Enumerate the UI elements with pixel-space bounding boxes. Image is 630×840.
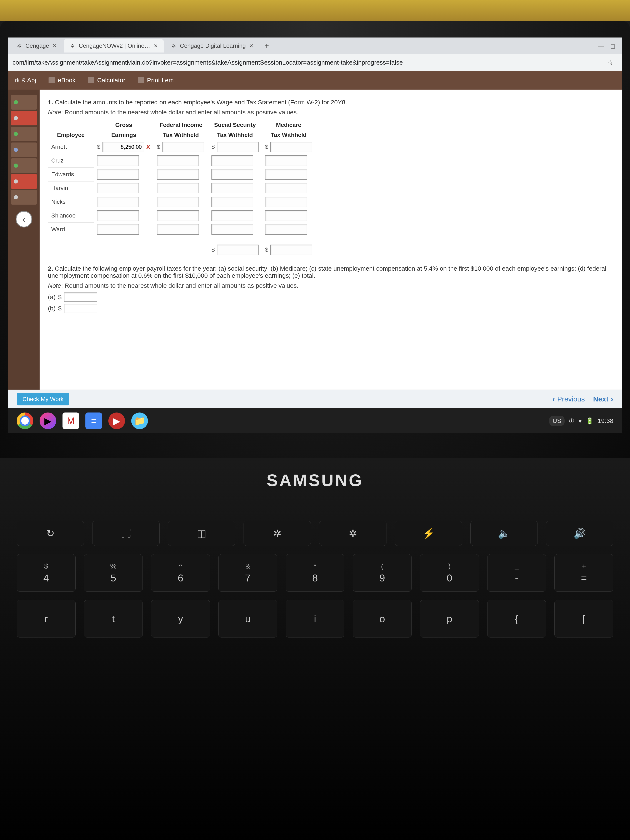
check-my-work-button[interactable]: Check My Work [17,393,69,406]
language-indicator[interactable]: US [549,415,565,426]
amount-input[interactable] [265,210,307,221]
docs-icon[interactable]: ≡ [85,412,102,429]
keyboard-key: %5 [84,554,143,592]
sidebar-step-3[interactable] [11,127,37,141]
amount-input[interactable] [212,169,253,180]
close-icon[interactable]: ✕ [249,43,253,49]
app-toolbar: rk & Apj eBook Calculator Print Item [8,71,622,90]
table-row: Cruz [48,154,316,167]
minimize-icon[interactable]: — [598,42,604,50]
amount-input[interactable] [157,224,199,235]
play-store-icon[interactable]: ▶ [39,412,56,429]
keyboard-key: 🔊 [546,521,613,546]
amount-input[interactable] [212,155,253,166]
url-bar[interactable]: com/ilrn/takeAssignment/takeAssignmentMa… [8,54,622,71]
next-link[interactable]: Next › [593,395,613,404]
sidebar-step-4[interactable] [11,142,37,157]
laptop-brand: SAMSUNG [0,471,630,490]
keyboard: ↻⛶◫✲✲⚡🔈🔊 $4%5^6&7*8(9)0_-+= rtyuiop{[ [17,521,613,638]
amount-input[interactable] [162,142,204,152]
amount-input[interactable] [97,183,139,193]
files-icon[interactable]: 📁 [131,412,148,429]
answer-b-input[interactable] [64,304,97,313]
amount-input[interactable] [265,169,307,180]
keyboard-key: t [84,600,143,638]
back-button[interactable]: ‹ [16,211,32,227]
youtube-icon[interactable]: ▶ [108,412,125,429]
maximize-icon[interactable]: ◻ [610,42,616,50]
amount-input[interactable] [212,210,253,221]
system-tray[interactable]: US ① ▾ 🔋 19:38 [549,415,613,426]
keyboard-key: _- [487,554,546,592]
amount-input[interactable] [157,183,199,193]
q2-text: Calculate the following employer payroll… [48,265,606,279]
table-row: Harvin [48,181,316,195]
answer-a-input[interactable] [64,292,97,302]
sidebar-step-6[interactable] [11,174,37,189]
bookmark-star-icon[interactable]: ☆ [603,58,617,66]
battery-icon[interactable]: 🔋 [586,417,594,425]
amount-input[interactable] [265,183,307,193]
wage-table: Gross Federal Income Social Security Med… [48,120,316,257]
amount-input[interactable] [212,183,253,193]
total-med-input[interactable] [270,245,312,255]
employee-name: Edwards [48,167,94,181]
amount-input[interactable] [97,155,139,166]
calculator-button[interactable]: Calculator [88,77,125,84]
ebook-button[interactable]: eBook [49,77,76,84]
col-fed-1: Federal Income [154,120,208,130]
close-icon[interactable]: ✕ [52,43,57,49]
browser-tab-digital-learning[interactable]: ✲ Cengage Digital Learning ✕ [165,39,259,52]
amount-input[interactable] [97,169,139,180]
amount-input[interactable] [217,142,259,152]
url-text: com/ilrn/takeAssignment/takeAssignmentMa… [13,59,603,66]
q2-inputs: (a) $ (b) $ [48,292,613,313]
amount-input[interactable] [265,224,307,235]
col-med-1: Medicare [262,120,316,130]
amount-input[interactable] [212,197,253,207]
total-ss-input[interactable] [217,245,259,255]
keyboard-key: [ [554,600,613,638]
keyboard-area [0,458,630,840]
amount-input[interactable] [270,142,312,152]
amount-input[interactable] [157,197,199,207]
status-dot-icon [14,179,18,183]
amount-input[interactable] [97,197,139,207]
wifi-icon[interactable]: ▾ [578,417,582,425]
note-text: : Round amounts to the nearest whole dol… [61,109,298,115]
gmail-icon[interactable]: M [63,412,79,429]
browser-tab-cengagenow[interactable]: ✲ CengageNOWv2 | Online teachin ✕ [64,39,164,52]
previous-label: Previous [557,395,585,403]
amount-input[interactable] [265,155,307,166]
calculator-label: Calculator [97,77,125,84]
amount-input[interactable] [157,210,199,221]
print-button[interactable]: Print Item [138,77,174,84]
sidebar-step-7[interactable] [11,190,37,205]
status-dot-icon [14,100,18,104]
table-row: Ward [48,223,316,236]
amount-input[interactable] [265,197,307,207]
taskbar: ▶ M ≡ ▶ 📁 US ① ▾ 🔋 19:38 [8,408,622,433]
new-tab-button[interactable]: + [261,41,273,50]
amount-input[interactable] [97,224,139,235]
incorrect-mark-icon: X [146,143,150,150]
sidebar-step-1[interactable] [11,95,37,110]
totals-row: $ $ [48,236,316,257]
employee-name: Harvin [48,181,94,195]
close-icon[interactable]: ✕ [154,43,158,49]
notification-icon[interactable]: ① [569,417,575,425]
amount-input[interactable] [103,142,144,152]
keyboard-key: ^6 [151,554,210,592]
chrome-icon[interactable] [17,412,33,429]
amount-input[interactable] [97,210,139,221]
amount-input[interactable] [212,224,253,235]
clock[interactable]: 19:38 [598,417,613,425]
sidebar: ‹ [8,90,39,408]
sidebar-step-5[interactable] [11,158,37,173]
tab-title: CengageNOWv2 | Online teachin [79,43,150,49]
amount-input[interactable] [157,169,199,180]
amount-input[interactable] [157,155,199,166]
browser-tab-cengage[interactable]: ✲ Cengage ✕ [10,39,63,52]
previous-link[interactable]: ‹ Previous [552,395,585,404]
sidebar-step-2[interactable] [11,111,37,125]
